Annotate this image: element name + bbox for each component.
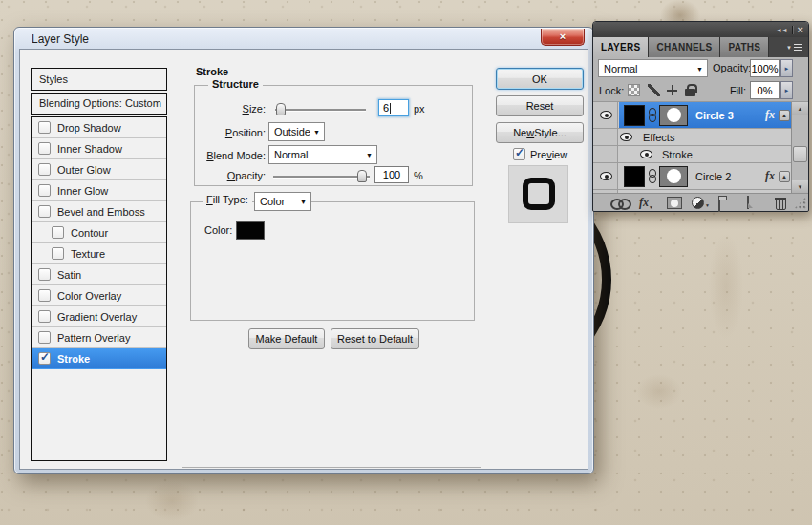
preview-checkbox[interactable]: ✓ xyxy=(513,148,525,160)
opacity-value: 100 xyxy=(383,169,400,180)
opacity-slider-thumb[interactable] xyxy=(357,170,367,182)
inner-shadow-checkbox[interactable] xyxy=(38,142,51,155)
opacity-unit-label: % xyxy=(414,170,423,181)
new-group-folder-icon[interactable] xyxy=(718,199,720,212)
dialog-title-bar[interactable] xyxy=(14,28,593,48)
reset-to-default-button[interactable]: Reset to Default xyxy=(331,328,419,349)
visibility-eye-icon[interactable] xyxy=(640,150,652,158)
add-layer-style-fx-icon[interactable]: fx▼ xyxy=(639,196,653,210)
stroke-color-swatch[interactable] xyxy=(236,221,265,240)
visibility-eye-icon[interactable] xyxy=(600,172,612,180)
visibility-eye-icon[interactable] xyxy=(600,111,612,119)
layer-fill-value: 0% xyxy=(758,85,773,96)
panel-resize-grip[interactable] xyxy=(794,197,806,209)
scrollbar-thumb[interactable] xyxy=(793,146,807,162)
layer-thumbnail[interactable] xyxy=(624,105,645,126)
style-item-satin[interactable]: Satin xyxy=(32,264,166,285)
stroke-checkbox-checked[interactable]: ✓ xyxy=(38,352,51,365)
layer-row-circle-3[interactable]: Circle 3 fx ▲ xyxy=(593,102,793,129)
opacity-value-field[interactable]: 100 xyxy=(374,166,409,183)
layer-fill-field[interactable]: 0% xyxy=(750,81,780,99)
panel-header-bar[interactable]: ◄◄ × xyxy=(593,22,808,37)
dialog-close-button[interactable]: × xyxy=(541,29,585,46)
ok-button[interactable]: OK xyxy=(496,68,584,90)
panel-close-icon[interactable]: × xyxy=(798,24,803,35)
stroke-preview-ring xyxy=(523,178,555,210)
outer-glow-checkbox[interactable] xyxy=(38,163,51,176)
style-item-gradient-overlay[interactable]: Gradient Overlay xyxy=(32,306,166,327)
triangle-up-icon: ▲ xyxy=(781,174,787,179)
tab-paths[interactable]: PATHS xyxy=(720,37,769,57)
collapse-effects-button[interactable]: ▲ xyxy=(779,171,790,182)
style-item-label: Inner Shadow xyxy=(57,143,122,155)
texture-checkbox[interactable] xyxy=(52,247,64,260)
tab-layers[interactable]: LAYERS xyxy=(593,37,649,57)
header-divider xyxy=(792,26,793,34)
color-overlay-checkbox[interactable] xyxy=(38,289,51,302)
pattern-overlay-checkbox[interactable] xyxy=(38,331,51,344)
size-slider-thumb[interactable] xyxy=(276,103,286,116)
style-item-drop-shadow[interactable]: Drop Shadow xyxy=(32,117,166,138)
style-item-texture[interactable]: Texture xyxy=(32,243,166,264)
layer-name[interactable]: Circle 3 xyxy=(695,110,734,121)
style-item-pattern-overlay[interactable]: Pattern Overlay xyxy=(32,327,166,348)
style-item-stroke-selected[interactable]: ✓ Stroke xyxy=(32,348,166,369)
style-item-label: Outer Glow xyxy=(57,164,111,176)
gradient-overlay-checkbox[interactable] xyxy=(38,310,51,323)
visibility-eye-icon[interactable] xyxy=(620,133,632,141)
size-label: Size: xyxy=(195,103,266,115)
opacity-slider-track[interactable] xyxy=(273,176,370,178)
opacity-spinner-button[interactable]: ► xyxy=(780,59,793,77)
layer-row-circle-2[interactable]: Circle 2 fx ▲ xyxy=(593,163,793,190)
color-label: Color: xyxy=(204,224,232,236)
tab-channels[interactable]: CHANNELS xyxy=(649,37,720,57)
scroll-down-button[interactable]: ▼ xyxy=(792,180,808,193)
style-item-inner-shadow[interactable]: Inner Shadow xyxy=(32,138,166,159)
contour-checkbox[interactable] xyxy=(52,226,64,239)
style-item-bevel-emboss[interactable]: Bevel and Emboss xyxy=(32,201,166,222)
styles-list: Styles Blending Options: Custom Drop Sha… xyxy=(31,68,167,461)
blend-mode-dropdown[interactable]: Normal ▼ xyxy=(268,145,377,164)
panel-menu-button[interactable]: ▼ xyxy=(786,37,808,57)
position-value: Outside xyxy=(274,126,310,137)
collapse-panel-icon[interactable]: ◄◄ xyxy=(776,27,787,33)
check-icon: ✓ xyxy=(40,350,50,364)
fill-spinner-button[interactable]: ► xyxy=(780,81,793,99)
satin-checkbox[interactable] xyxy=(38,268,51,281)
new-layer-icon[interactable] xyxy=(747,196,749,209)
layer-name[interactable]: Circle 2 xyxy=(695,171,731,182)
check-icon: ✓ xyxy=(515,146,524,159)
bevel-emboss-checkbox[interactable] xyxy=(38,205,51,218)
new-style-button[interactable]: New Style... xyxy=(496,122,584,143)
layer-thumbnail[interactable] xyxy=(624,166,645,187)
lock-pixels-brush-icon[interactable] xyxy=(648,84,660,96)
layer-row-effects[interactable]: Effects xyxy=(593,129,793,146)
drop-shadow-checkbox[interactable] xyxy=(38,121,51,134)
style-item-outer-glow[interactable]: Outer Glow xyxy=(32,159,166,180)
lock-transparency-icon[interactable] xyxy=(628,84,640,96)
inner-glow-checkbox[interactable] xyxy=(38,184,51,197)
scroll-up-button[interactable]: ▲ xyxy=(792,102,808,115)
adjustment-layer-icon[interactable] xyxy=(692,197,704,209)
vector-mask-thumbnail[interactable] xyxy=(659,105,688,126)
opacity-label: Opacity: xyxy=(195,170,266,181)
layer-row-stroke-effect[interactable]: Stroke xyxy=(593,146,793,163)
stroke-groupbox-title: Stroke xyxy=(192,66,232,77)
blending-options-row[interactable]: Blending Options: Custom xyxy=(31,93,167,115)
layer-opacity-field[interactable]: 100% xyxy=(750,59,780,77)
layer-opacity-value: 100% xyxy=(751,63,778,74)
position-dropdown[interactable]: Outside ▼ xyxy=(268,122,325,141)
size-slider-track[interactable] xyxy=(275,109,366,111)
blend-mode-label: Blend Mode: xyxy=(195,150,266,161)
collapse-effects-button[interactable]: ▲ xyxy=(779,110,790,121)
style-item-contour[interactable]: Contour xyxy=(32,222,166,243)
add-layer-mask-icon[interactable] xyxy=(667,197,682,209)
vector-mask-thumbnail[interactable] xyxy=(659,166,688,187)
reset-button[interactable]: Reset xyxy=(496,95,584,116)
layer-blend-mode-dropdown[interactable]: Normal ▼ xyxy=(598,59,708,77)
style-item-color-overlay[interactable]: Color Overlay xyxy=(32,285,166,306)
make-default-button[interactable]: Make Default xyxy=(248,328,325,349)
style-item-inner-glow[interactable]: Inner Glow xyxy=(32,180,166,201)
fill-type-dropdown[interactable]: Color ▼ xyxy=(254,192,311,211)
size-value-field[interactable]: 6 xyxy=(378,99,409,116)
